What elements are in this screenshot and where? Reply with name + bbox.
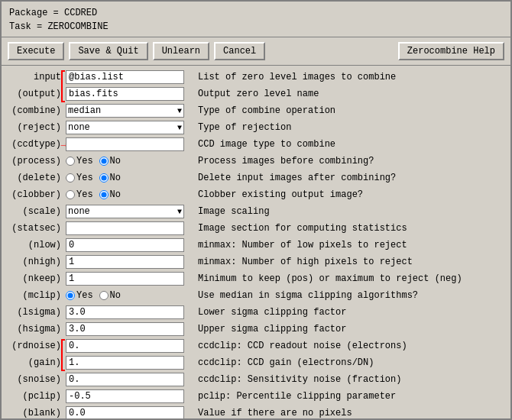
param-row-hsigma: (hsigma)Upper sigma clipping factor bbox=[2, 321, 510, 338]
param-row-pclip: (pclip)pclip: Percentile clipping parame… bbox=[2, 388, 510, 405]
radio-item-mclip-no[interactable]: No bbox=[99, 290, 121, 301]
input-snoise[interactable] bbox=[66, 373, 184, 386]
param-desc-nhigh: minmax: Number of high pixels to reject bbox=[192, 257, 507, 267]
param-row-ccdtype: (ccdtype)→CCD image type to combine bbox=[2, 136, 510, 153]
radio-label-no: No bbox=[110, 189, 121, 200]
select-wrapper-reject: noneminmaxccdclipcrrejectsigclipavsigcli… bbox=[66, 121, 184, 134]
radio-item-clobber-no[interactable]: No bbox=[99, 189, 121, 200]
radio-item-delete-yes[interactable]: Yes bbox=[66, 173, 93, 183]
param-label-input: input bbox=[5, 72, 66, 82]
unlearn-button[interactable]: Unlearn bbox=[153, 42, 209, 60]
input-pclip[interactable] bbox=[66, 389, 184, 403]
select-wrapper-scale: nonemodemedianmeanexposure▼ bbox=[66, 205, 184, 218]
param-row-combine: (combine)medianaveragesum▼Type of combin… bbox=[2, 102, 510, 119]
dropdown-arrow-icon: ▼ bbox=[177, 124, 182, 132]
cancel-button[interactable]: Cancel bbox=[214, 42, 265, 60]
radio-clobber-no[interactable] bbox=[99, 190, 109, 199]
input-nlow[interactable] bbox=[66, 238, 184, 252]
param-input-area-delete: YesNo bbox=[66, 173, 192, 183]
package-label: Package = CCDRED bbox=[9, 6, 503, 20]
radio-group-delete: YesNo bbox=[66, 173, 184, 183]
select-scale[interactable]: nonemodemedianmeanexposure bbox=[66, 205, 173, 218]
param-desc-nlow: minmax: Number of low pixels to reject bbox=[192, 240, 507, 250]
input-lsigma[interactable] bbox=[66, 305, 184, 319]
radio-item-mclip-yes[interactable]: Yes bbox=[66, 290, 93, 301]
param-input-area-nhigh bbox=[66, 255, 192, 269]
radio-label-no: No bbox=[110, 156, 121, 166]
param-label-delete: (delete) bbox=[5, 173, 66, 183]
param-input-area-output bbox=[66, 87, 192, 101]
param-desc-ccdtype: CCD image type to combine bbox=[192, 139, 507, 150]
param-label-nhigh: (nhigh) bbox=[5, 257, 66, 267]
param-input-area-gain bbox=[66, 356, 192, 370]
dropdown-arrow-icon: ▼ bbox=[177, 208, 182, 216]
param-row-mclip: (mclip)YesNoUse median in sigma clipping… bbox=[2, 287, 510, 304]
param-label-clobber: (clobber) bbox=[5, 189, 66, 200]
param-desc-blank: Value if there are no pixels bbox=[192, 408, 507, 418]
param-row-nkeep: (nkeep)Minimum to keep (pos) or maximum … bbox=[2, 270, 510, 287]
param-input-area-scale: nonemodemedianmeanexposure▼ bbox=[66, 205, 192, 218]
param-label-rdnoise: (rdnoise) bbox=[5, 341, 66, 351]
param-desc-combine: Type of combine operation bbox=[192, 105, 507, 116]
select-reject[interactable]: noneminmaxccdclipcrrejectsigclipavsigcli… bbox=[66, 121, 173, 134]
radio-process-no[interactable] bbox=[99, 157, 109, 166]
param-label-snoise: (snoise) bbox=[5, 374, 66, 385]
radio-item-clobber-yes[interactable]: Yes bbox=[66, 189, 93, 200]
param-input-area-statsec bbox=[66, 221, 192, 235]
radio-label-no: No bbox=[110, 290, 121, 301]
input-output[interactable] bbox=[66, 87, 184, 101]
param-input-area-nkeep bbox=[66, 272, 192, 286]
dropdown-arrow-icon: ▼ bbox=[177, 107, 182, 115]
param-label-hsigma: (hsigma) bbox=[5, 324, 66, 334]
input-blank[interactable] bbox=[66, 406, 184, 418]
param-label-lsigma: (lsigma) bbox=[5, 307, 66, 318]
radio-group-process: YesNo bbox=[66, 156, 184, 166]
param-desc-output: Output zero level name bbox=[192, 89, 507, 99]
param-label-scale: (scale) bbox=[5, 206, 66, 217]
help-button[interactable]: Zerocombine Help bbox=[398, 42, 504, 60]
save-quit-button[interactable]: Save & Quit bbox=[69, 42, 147, 60]
param-input-area-process: YesNo bbox=[66, 156, 192, 166]
radio-clobber-yes[interactable] bbox=[66, 190, 75, 199]
radio-process-yes[interactable] bbox=[66, 157, 75, 166]
input-nkeep[interactable] bbox=[66, 272, 184, 286]
task-label: Task = ZEROCOMBINE bbox=[9, 20, 503, 34]
input-gain[interactable] bbox=[66, 356, 184, 370]
select-combine[interactable]: medianaveragesum bbox=[66, 105, 173, 117]
param-label-combine: (combine) bbox=[5, 105, 66, 116]
param-desc-delete: Delete input images after combining? bbox=[192, 173, 507, 183]
input-input[interactable] bbox=[66, 70, 184, 84]
param-input-area-blank bbox=[66, 406, 192, 418]
param-desc-lsigma: Lower sigma clipping factor bbox=[192, 307, 507, 318]
param-desc-process: Process images before combining? bbox=[192, 156, 507, 166]
input-statsec[interactable] bbox=[66, 221, 184, 235]
radio-item-process-no[interactable]: No bbox=[99, 156, 121, 166]
param-label-blank: (blank) bbox=[5, 408, 66, 418]
input-ccdtype[interactable] bbox=[66, 137, 184, 151]
radio-mclip-yes[interactable] bbox=[66, 291, 75, 300]
input-hsigma[interactable] bbox=[66, 322, 184, 336]
radio-delete-yes[interactable] bbox=[66, 173, 75, 183]
param-row-input: inputList of zero level images to combin… bbox=[2, 69, 510, 86]
radio-delete-no[interactable] bbox=[99, 173, 109, 183]
param-row-delete: (delete)YesNoDelete input images after c… bbox=[2, 170, 510, 186]
main-window: Package = CCDRED Task = ZEROCOMBINE Exec… bbox=[0, 0, 512, 420]
radio-item-process-yes[interactable]: Yes bbox=[66, 156, 93, 166]
param-input-area-rdnoise bbox=[66, 339, 192, 353]
param-desc-scale: Image scaling bbox=[192, 206, 507, 217]
radio-label-yes: Yes bbox=[76, 290, 93, 301]
param-desc-mclip: Use median in sigma clipping algorithms? bbox=[192, 290, 507, 301]
execute-button[interactable]: Execute bbox=[8, 42, 64, 60]
param-row-nlow: (nlow)minmax: Number of low pixels to re… bbox=[2, 237, 510, 254]
radio-mclip-no[interactable] bbox=[99, 291, 109, 300]
input-nhigh[interactable] bbox=[66, 255, 184, 269]
param-input-area-mclip: YesNo bbox=[66, 290, 192, 301]
param-input-area-reject: noneminmaxccdclipcrrejectsigclipavsigcli… bbox=[66, 121, 192, 134]
radio-item-delete-no[interactable]: No bbox=[99, 173, 121, 183]
param-input-area-input bbox=[66, 70, 192, 84]
param-input-area-hsigma bbox=[66, 322, 192, 336]
param-label-statsec: (statsec) bbox=[5, 223, 66, 234]
input-rdnoise[interactable] bbox=[66, 339, 184, 353]
param-desc-nkeep: Minimum to keep (pos) or maximum to reje… bbox=[192, 273, 507, 284]
param-input-area-lsigma bbox=[66, 305, 192, 319]
